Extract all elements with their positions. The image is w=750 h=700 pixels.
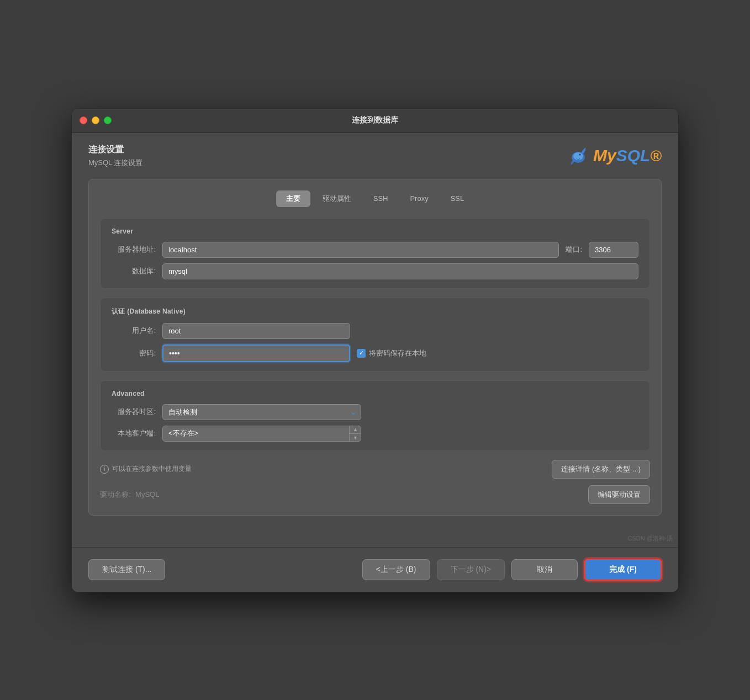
tab-ssh[interactable]: SSH <box>363 190 398 207</box>
auth-group-title: 认证 (Database Native) <box>112 307 638 316</box>
mysql-text: MySQL® <box>593 146 662 165</box>
bottom-right-buttons: <上一步 (B) 下一步 (N)> 取消 完成 (F) <box>362 559 662 581</box>
timezone-select-wrapper: 自动检测 ⌄ <box>162 404 361 420</box>
section-title: 连接设置 <box>88 144 142 156</box>
info-text-area: i 可以在连接参数中使用变量 <box>100 464 192 474</box>
traffic-lights <box>80 116 112 124</box>
driver-row: 驱动名称: MySQL 编辑驱动设置 <box>100 485 650 504</box>
timezone-select[interactable]: 自动检测 <box>162 404 361 420</box>
main-card: 主要 驱动属性 SSH Proxy SSL Server 服务器地址: 端口: <box>88 179 662 516</box>
info-message: 可以在连接参数中使用变量 <box>112 464 192 474</box>
tab-bar: 主要 驱动属性 SSH Proxy SSL <box>100 190 650 207</box>
username-input[interactable] <box>162 323 350 339</box>
client-label: 本地客户端: <box>112 428 156 438</box>
save-pwd-row: ✓ 将密码保存在本地 <box>357 348 426 358</box>
bottom-left-buttons: 测试连接 (T)... <box>88 559 165 580</box>
pwd-row: ✓ 将密码保存在本地 <box>162 344 638 362</box>
content-area: 连接设置 MySQL 连接设置 MySQL® <box>72 133 678 532</box>
close-button[interactable] <box>80 116 87 124</box>
section-subtitle: MySQL 连接设置 <box>88 158 142 168</box>
info-row: i 可以在连接参数中使用变量 连接详情 (名称、类型 ...) <box>100 460 650 479</box>
client-stepper-wrapper: ▲ ▼ <box>162 426 361 442</box>
svg-point-2 <box>579 153 580 155</box>
password-label: 密码: <box>112 348 156 358</box>
window-title: 连接到数据库 <box>352 115 398 125</box>
database-input[interactable] <box>162 263 638 279</box>
tab-main[interactable]: 主要 <box>276 190 310 207</box>
next-button[interactable]: 下一步 (N)> <box>437 559 505 580</box>
save-pwd-label: 将密码保存在本地 <box>369 348 426 358</box>
header-text: 连接设置 MySQL 连接设置 <box>88 144 142 168</box>
password-row: 密码: ✓ 将密码保存在本地 <box>112 344 638 362</box>
stepper-up-button[interactable]: ▲ <box>350 426 361 434</box>
password-input[interactable] <box>162 344 350 362</box>
server-group: Server 服务器地址: 端口: 数据库: <box>100 218 650 289</box>
driver-info: 驱动名称: MySQL <box>100 489 159 500</box>
main-window: 连接到数据库 连接设置 MySQL 连接设置 MySQL® <box>71 108 679 592</box>
connection-details-button[interactable]: 连接详情 (名称、类型 ...) <box>552 460 650 479</box>
header-area: 连接设置 MySQL 连接设置 MySQL® <box>88 144 662 168</box>
checkmark-icon: ✓ <box>359 350 364 356</box>
db-label: 数据库: <box>112 266 156 276</box>
svg-point-1 <box>573 152 583 160</box>
tab-proxy[interactable]: Proxy <box>400 190 438 207</box>
db-row: 数据库: <box>112 263 638 279</box>
driver-label: 驱动名称: <box>100 490 131 499</box>
test-connection-button[interactable]: 测试连接 (T)... <box>88 559 165 580</box>
timezone-label: 服务器时区: <box>112 407 156 417</box>
minimize-button[interactable] <box>92 116 99 124</box>
port-label: 端口: <box>566 245 582 254</box>
client-input[interactable] <box>162 426 361 442</box>
edit-driver-button[interactable]: 编辑驱动设置 <box>588 485 650 504</box>
title-bar: 连接到数据库 <box>72 109 678 133</box>
auth-group: 认证 (Database Native) 用户名: 密码: ✓ 将密码保存在本地 <box>100 298 650 372</box>
port-input[interactable] <box>589 242 638 258</box>
server-group-title: Server <box>112 227 638 235</box>
stepper-arrows: ▲ ▼ <box>349 426 361 442</box>
mysql-logo: MySQL® <box>567 144 662 167</box>
driver-name: MySQL <box>135 490 159 499</box>
finish-button[interactable]: 完成 (F) <box>584 559 662 581</box>
server-row: 服务器地址: 端口: <box>112 242 638 258</box>
timezone-row: 服务器时区: 自动检测 ⌄ <box>112 404 638 420</box>
username-row: 用户名: <box>112 323 638 339</box>
save-pwd-checkbox[interactable]: ✓ <box>357 349 366 358</box>
dolphin-icon <box>567 144 590 167</box>
server-input[interactable] <box>162 242 559 258</box>
watermark: CSDN @洛神·汤 <box>72 532 678 547</box>
bottom-bar: 测试连接 (T)... <上一步 (B) 下一步 (N)> 取消 完成 (F) <box>72 547 678 592</box>
stepper-down-button[interactable]: ▼ <box>350 434 361 442</box>
cancel-button[interactable]: 取消 <box>511 559 578 580</box>
info-icon: i <box>100 465 109 474</box>
client-row: 本地客户端: ▲ ▼ <box>112 426 638 442</box>
username-label: 用户名: <box>112 326 156 336</box>
server-label: 服务器地址: <box>112 245 156 254</box>
advanced-group-title: Advanced <box>112 390 638 397</box>
advanced-group: Advanced 服务器时区: 自动检测 ⌄ 本地客户端: <box>100 380 650 451</box>
tab-driver-props[interactable]: 驱动属性 <box>313 190 361 207</box>
maximize-button[interactable] <box>104 116 112 124</box>
server-input-row: 端口: <box>162 242 638 258</box>
back-button[interactable]: <上一步 (B) <box>362 559 430 580</box>
tab-ssl[interactable]: SSL <box>441 190 474 207</box>
